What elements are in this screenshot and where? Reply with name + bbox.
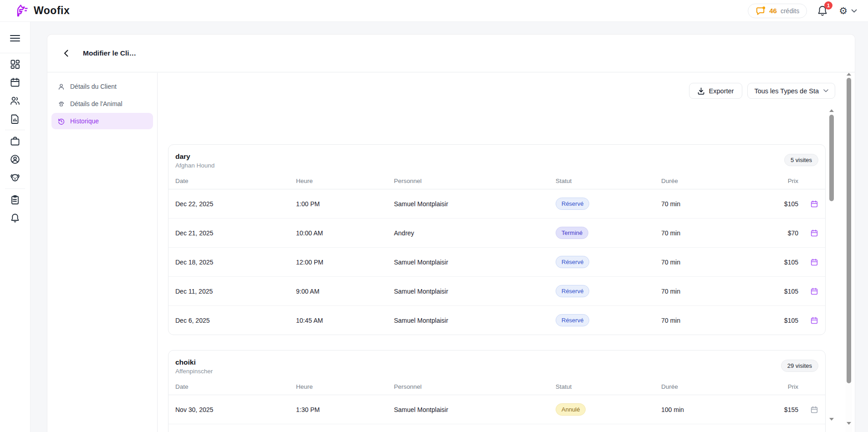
report-document-icon: [10, 113, 20, 124]
brand-logo[interactable]: Woofix: [14, 3, 70, 19]
column-header: Date: [175, 178, 296, 184]
visit-staff: Samuel Montplaisir: [394, 288, 556, 295]
visit-staff: Samuel Montplaisir: [394, 406, 556, 413]
clipboard-icon: [10, 194, 20, 205]
status-type-filter[interactable]: Tous les Types de Sta: [747, 83, 835, 99]
visit-calendar-cell[interactable]: [798, 258, 818, 266]
column-header: Durée: [661, 383, 774, 390]
visit-row[interactable]: Nov 30, 2025 1:30 PM Samuel Montplaisir …: [168, 395, 825, 424]
visit-price: $105: [774, 288, 798, 295]
column-header: Personnel: [394, 383, 556, 390]
visit-price: $155: [774, 406, 798, 413]
visit-status-cell: Réservé: [556, 256, 661, 269]
history-icon: [57, 117, 65, 125]
subnav-item-pet-details[interactable]: Détails de l'Animal: [51, 96, 153, 112]
sidebar-item-pets[interactable]: [6, 169, 24, 186]
outer-scrollbar[interactable]: [846, 73, 852, 432]
visit-price: $105: [774, 259, 798, 266]
notifications-button[interactable]: 1: [817, 5, 829, 17]
sidebar-item-notifications[interactable]: [6, 210, 24, 226]
paw-icon: [57, 100, 65, 108]
sidebar-item-tasks[interactable]: [6, 192, 24, 208]
visit-price: $105: [774, 317, 798, 324]
status-badge: Terminé: [556, 227, 588, 239]
column-header: Durée: [661, 178, 774, 184]
sidebar-rail: [0, 22, 31, 432]
credits-count: 46: [769, 7, 777, 15]
visit-price: $105: [774, 200, 798, 208]
subnav-label: Détails de l'Animal: [70, 100, 123, 107]
visit-date: Nov 30, 2025: [175, 406, 296, 413]
credits-label: crédits: [781, 7, 799, 15]
collapse-menu-button[interactable]: [6, 30, 24, 46]
inner-scrollbar[interactable]: [828, 109, 835, 426]
chat-credits-icon: [756, 6, 766, 15]
visit-time: 9:00 AM: [296, 288, 394, 295]
visit-calendar-cell[interactable]: [798, 406, 818, 414]
divider: [5, 188, 25, 189]
sidebar-item-dashboard[interactable]: [6, 56, 24, 72]
visit-staff: Samuel Montplaisir: [394, 200, 556, 208]
sidebar-item-services[interactable]: [6, 133, 24, 149]
visit-status-cell: Réservé: [556, 314, 661, 327]
scroll-up-arrow[interactable]: [847, 73, 851, 76]
topbar: Woofix 46 crédits 1 ⚙: [0, 0, 868, 22]
column-header: Statut: [556, 383, 661, 390]
visit-row[interactable]: Dec 18, 2025 12:00 PM Samuel Montplaisir…: [168, 247, 825, 276]
column-header: Prix: [774, 383, 798, 390]
divider: [5, 130, 25, 130]
back-button[interactable]: [59, 46, 73, 60]
visit-calendar-cell[interactable]: [798, 316, 818, 325]
sidebar-item-reports[interactable]: [6, 111, 24, 127]
pet-cards: dary Afghan Hound 5 visites DateHeurePer…: [168, 144, 826, 432]
status-badge: Réservé: [556, 256, 589, 269]
export-button[interactable]: Exporter: [689, 83, 743, 99]
visit-date: Dec 18, 2025: [175, 259, 296, 266]
notification-count-badge: 1: [824, 1, 832, 10]
visit-status-cell: Annulé: [556, 403, 661, 416]
dashboard-icon: [10, 59, 20, 70]
visit-duration: 100 min: [661, 406, 774, 413]
scrollbar-thumb[interactable]: [829, 115, 834, 201]
calendar-icon: [810, 406, 818, 414]
visit-calendar-cell[interactable]: [798, 229, 818, 237]
visit-calendar-cell[interactable]: [798, 200, 818, 208]
sidebar-item-staff[interactable]: [6, 151, 24, 168]
calendar-nav-icon: [10, 77, 20, 88]
brand-name: Woofix: [34, 5, 70, 17]
visit-row[interactable]: Dec 6, 2025 10:45 AM Samuel Montplaisir …: [168, 305, 825, 335]
sidebar-item-calendar[interactable]: [6, 74, 24, 91]
pet-history-card: choiki Affenpinscher 29 visites DateHeur…: [168, 350, 826, 432]
visit-status-cell: Terminé: [556, 227, 661, 239]
credits-pill[interactable]: 46 crédits: [748, 4, 807, 18]
visit-row[interactable]: Dec 22, 2025 1:00 PM Samuel Montplaisir …: [168, 189, 825, 218]
visit-row[interactable]: Dec 11, 2025 9:00 AM Samuel Montplaisir …: [168, 276, 825, 305]
scroll-up-arrow[interactable]: [829, 109, 834, 112]
page-title: Modifier le Cli…: [83, 49, 136, 57]
table-header-row: DateHeurePersonnelStatutDuréePrix: [168, 378, 825, 395]
visit-row[interactable]: Nov 5, 2025 11:00 AM Isabella Terminé 70…: [168, 424, 825, 432]
visit-duration: 70 min: [661, 288, 774, 295]
scroll-down-arrow[interactable]: [829, 418, 834, 421]
scrollbar-thumb[interactable]: [847, 78, 851, 383]
column-header: Heure: [296, 383, 394, 390]
scroll-down-arrow[interactable]: [847, 422, 851, 425]
visit-staff: Samuel Montplaisir: [394, 317, 556, 324]
visit-duration: 70 min: [661, 317, 774, 324]
pet-card-header: dary Afghan Hound 5 visites: [168, 145, 825, 173]
status-badge: Réservé: [556, 198, 589, 210]
subnav-item-client-details[interactable]: Détails du Client: [51, 78, 153, 95]
visit-calendar-cell[interactable]: [798, 287, 818, 295]
export-label: Exporter: [709, 87, 734, 95]
subnav-item-history[interactable]: Historique: [51, 113, 153, 129]
download-icon: [698, 87, 705, 95]
column-header: Date: [175, 383, 296, 390]
sidebar-item-clients[interactable]: [6, 92, 24, 109]
visit-time: 1:00 PM: [296, 200, 394, 208]
visit-status-cell: Réservé: [556, 198, 661, 210]
pet-breed: Afghan Hound: [175, 162, 214, 169]
visit-row[interactable]: Dec 21, 2025 10:00 AM Andrey Terminé 70 …: [168, 218, 825, 247]
column-header: Personnel: [394, 178, 556, 184]
status-badge: Annulé: [556, 403, 586, 416]
settings-menu-button[interactable]: ⚙: [839, 6, 857, 15]
